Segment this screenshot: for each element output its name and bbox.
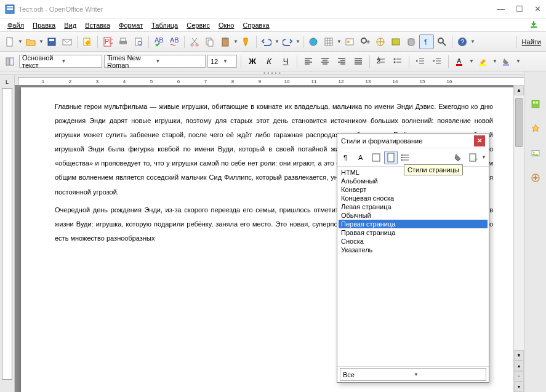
undo-button[interactable]	[259, 34, 274, 49]
style-list-item[interactable]: Альбомный	[339, 177, 488, 185]
find-replace-button[interactable]	[358, 34, 372, 49]
list-styles-button[interactable]	[399, 151, 412, 164]
svg-text:PDF: PDF	[105, 38, 113, 45]
sidebar-styles-icon[interactable]	[528, 121, 544, 137]
find-label[interactable]: Найти	[520, 38, 544, 46]
format-paintbrush-button[interactable]	[239, 34, 254, 49]
menu-table[interactable]: Таблица	[148, 20, 182, 30]
paragraph-style-combo[interactable]: Основной текст▼	[19, 55, 102, 68]
open-button[interactable]	[23, 34, 38, 49]
svg-text:ABC: ABC	[170, 37, 179, 44]
gallery-button[interactable]	[388, 34, 403, 49]
maximize-button[interactable]: ☐	[516, 4, 523, 14]
svg-rect-55	[388, 153, 394, 162]
align-center-button[interactable]	[318, 54, 332, 69]
font-color-button[interactable]: A	[452, 54, 467, 69]
zoom-button[interactable]	[435, 34, 449, 49]
print-button[interactable]	[116, 34, 130, 49]
save-button[interactable]	[44, 34, 59, 49]
menu-download-icon[interactable]	[525, 18, 542, 32]
minimize-button[interactable]: —	[497, 4, 505, 14]
menu-format[interactable]: Формат	[115, 20, 147, 30]
align-justify-button[interactable]	[351, 54, 366, 69]
sidebar-gallery-icon[interactable]	[528, 145, 544, 161]
scroll-up-button[interactable]: ▲	[514, 85, 524, 95]
next-page-button[interactable]: ▾	[514, 382, 524, 392]
show-draw-button[interactable]	[342, 34, 357, 49]
scroll-down-button[interactable]: ▼	[514, 350, 524, 361]
style-list-item[interactable]: Указатель	[339, 246, 488, 254]
style-list-item[interactable]: Концевая сноска	[339, 194, 488, 202]
style-list-item[interactable]: Конверт	[339, 185, 488, 194]
increase-indent-button[interactable]	[430, 54, 444, 69]
numbering-button[interactable]: 12	[374, 54, 388, 69]
export-pdf-button[interactable]: PDF	[100, 34, 115, 49]
menu-window[interactable]: Окно	[215, 20, 238, 30]
frame-styles-button[interactable]	[369, 151, 383, 164]
vertical-ruler[interactable]	[0, 85, 15, 392]
spellcheck-button[interactable]: ABC	[151, 34, 166, 49]
prev-page-button[interactable]: ▴	[514, 361, 524, 371]
styles-window-button[interactable]	[2, 54, 17, 69]
redo-button[interactable]	[280, 34, 295, 49]
nonprinting-button[interactable]: ¶	[419, 34, 434, 49]
menu-file[interactable]: Файл	[4, 20, 28, 30]
copy-button[interactable]	[203, 34, 217, 49]
svg-rect-13	[121, 38, 126, 41]
sidebar-properties-icon[interactable]	[528, 96, 544, 112]
style-list-item[interactable]: Первая страница	[339, 220, 488, 228]
help-button[interactable]: ?	[455, 34, 470, 49]
edit-file-button[interactable]	[80, 34, 95, 49]
style-filter-combo[interactable]: Все▼	[340, 368, 486, 381]
align-left-button[interactable]	[301, 54, 316, 69]
bold-button[interactable]: Ж	[245, 54, 260, 69]
align-right-button[interactable]	[334, 54, 349, 69]
bullets-button[interactable]	[390, 54, 405, 69]
menu-help[interactable]: Справка	[239, 20, 273, 30]
paragraph-styles-button[interactable]: ¶	[340, 151, 353, 164]
page-styles-button[interactable]	[384, 151, 398, 164]
italic-button[interactable]: К	[262, 54, 276, 69]
vertical-scrollbar[interactable]: ▲ ▼ ▴ ◦ ▾	[513, 85, 524, 392]
formatting-toolbar: Основной текст▼ Times New Roman▼ 12▼ Ж К…	[0, 52, 546, 71]
dialog-titlebar[interactable]: Стили и форматирование ✕	[337, 134, 489, 148]
font-name-combo[interactable]: Times New Roman▼	[104, 55, 206, 68]
style-list[interactable]: HTMLАльбомныйКонвертКонцевая сноскаЛевая…	[337, 167, 489, 366]
svg-point-27	[347, 41, 350, 43]
new-style-button[interactable]: +	[467, 151, 480, 164]
svg-rect-25	[325, 38, 332, 46]
style-list-item[interactable]: Сноска	[339, 237, 488, 246]
style-list-item[interactable]: Левая страница	[339, 202, 488, 211]
navigator-button[interactable]	[373, 34, 388, 49]
email-button[interactable]	[60, 34, 74, 49]
menu-edit[interactable]: Правка	[29, 20, 59, 30]
underline-button[interactable]: Ч	[278, 54, 293, 69]
hyperlink-button[interactable]	[306, 34, 321, 49]
nav-select-button[interactable]: ◦	[514, 371, 524, 382]
scroll-thumb[interactable]	[515, 98, 523, 147]
svg-point-58	[401, 159, 403, 161]
menu-tools[interactable]: Сервис	[183, 20, 214, 30]
preview-button[interactable]	[131, 34, 146, 49]
sidebar-navigator-icon[interactable]	[528, 170, 544, 186]
font-size-combo[interactable]: 12▼	[207, 55, 237, 68]
data-sources-button[interactable]	[404, 34, 419, 49]
style-list-item[interactable]: Правая страница	[339, 228, 488, 237]
cut-button[interactable]	[187, 34, 202, 49]
close-button[interactable]: ✕	[534, 4, 541, 14]
standard-toolbar: ▼ ▼ PDF ABC ABC ▼ ▼ ▼ ▼ ¶ ? ▼ Найти	[0, 32, 546, 52]
fill-format-button[interactable]	[452, 151, 465, 164]
table-button[interactable]	[321, 34, 336, 49]
style-list-item[interactable]: Обычный	[339, 211, 488, 220]
decrease-indent-button[interactable]	[413, 54, 428, 69]
auto-spellcheck-button[interactable]: ABC	[167, 34, 182, 49]
menu-bar: Файл Правка Вид Вставка Формат Таблица С…	[0, 18, 546, 32]
character-styles-button[interactable]: A	[355, 151, 368, 164]
menu-insert[interactable]: Вставка	[81, 20, 114, 30]
dialog-close-button[interactable]: ✕	[474, 135, 485, 146]
highlight-button[interactable]	[476, 54, 491, 69]
paste-button[interactable]	[218, 34, 233, 49]
new-button[interactable]	[2, 34, 17, 49]
background-button[interactable]	[499, 54, 514, 69]
menu-view[interactable]: Вид	[60, 20, 80, 30]
